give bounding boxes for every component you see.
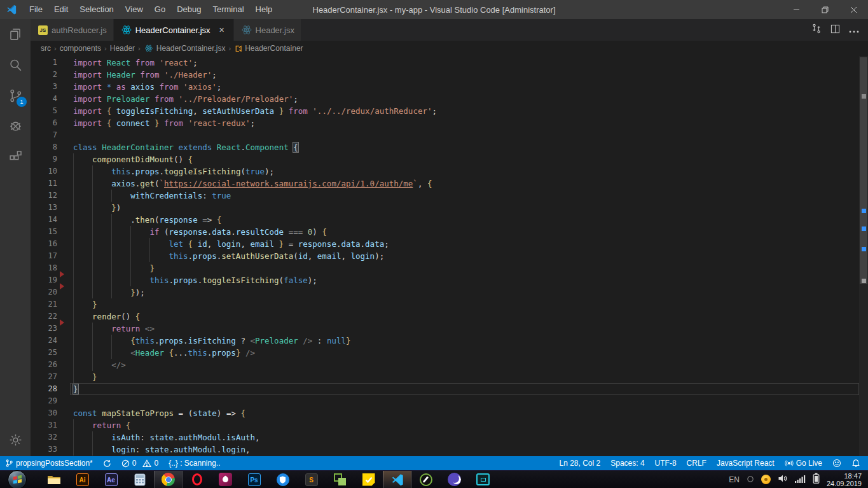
taskbar-screen-recorder[interactable]: [469, 471, 497, 488]
taskbar-sublime-text[interactable]: S: [297, 471, 326, 488]
git-branch-item[interactable]: propsingPostsSection*: [0, 456, 98, 470]
restore-button[interactable]: [811, 0, 839, 19]
clock[interactable]: 18:47 24.09.2019: [827, 472, 862, 487]
encoding[interactable]: UTF-8: [650, 456, 682, 470]
code-line-32[interactable]: 32isAuth: state.authModul.isAuth,: [31, 431, 868, 443]
code-line-16[interactable]: 16let { id, login, email } = response.da…: [31, 238, 868, 250]
breadcrumb-HeaderContainer[interactable]: HeaderContainer: [234, 44, 303, 53]
taskbar-photoshop[interactable]: Ps: [240, 471, 268, 488]
line-number[interactable]: 19: [31, 274, 57, 286]
code-line-14[interactable]: 14.then(response => {: [31, 214, 868, 226]
code-line-7[interactable]: 7: [31, 129, 868, 141]
menu-edit[interactable]: Edit: [48, 0, 74, 19]
more-actions-icon[interactable]: [849, 24, 859, 36]
line-number[interactable]: 5: [31, 105, 57, 117]
line-number[interactable]: 18: [31, 262, 57, 274]
line-number[interactable]: 23: [31, 323, 57, 335]
line-number[interactable]: 30: [31, 407, 57, 419]
cursor-position[interactable]: Ln 28, Col 2: [555, 456, 606, 470]
menu-terminal[interactable]: Terminal: [207, 0, 249, 19]
settings-gear-icon[interactable]: [0, 423, 31, 456]
code-line-19[interactable]: 19this.props.toggleIsFitching(false);: [31, 274, 868, 286]
code-line-3[interactable]: 3import * as axios from 'axios';: [31, 81, 868, 93]
taskbar-open-server[interactable]: [326, 471, 354, 488]
taskbar-drawing-app[interactable]: [411, 471, 440, 488]
taskbar-chrome[interactable]: [154, 471, 183, 488]
debug-icon[interactable]: [0, 111, 31, 141]
line-number[interactable]: 4: [31, 93, 57, 105]
hidden-icons-button[interactable]: [747, 474, 754, 485]
code-line-5[interactable]: 5import { toggleIsFitching, setAuthUserD…: [31, 105, 868, 117]
line-number[interactable]: 16: [31, 238, 57, 250]
line-number[interactable]: 1: [31, 57, 57, 69]
code-line-15[interactable]: 15if (response.data.resultCode === 0) {: [31, 226, 868, 238]
split-editor-icon[interactable]: [830, 24, 840, 36]
line-number[interactable]: 9: [31, 153, 57, 165]
menu-view[interactable]: View: [120, 0, 149, 19]
scanning-status[interactable]: {..} : Scanning..: [163, 456, 225, 470]
taskbar-file-explorer[interactable]: [39, 471, 68, 488]
close-tab-icon[interactable]: ×: [217, 25, 227, 35]
menu-selection[interactable]: Selection: [74, 0, 119, 19]
close-button[interactable]: [839, 0, 868, 19]
line-number[interactable]: 3: [31, 81, 57, 93]
taskbar-insomnia[interactable]: [440, 471, 469, 488]
code-line-6[interactable]: 6import { connect } from 'react-redux';: [31, 117, 868, 129]
minimize-button[interactable]: [782, 0, 811, 19]
notifications-bell-icon[interactable]: [846, 456, 868, 470]
explorer-icon[interactable]: [0, 19, 31, 50]
line-number[interactable]: 33: [31, 443, 57, 456]
search-icon[interactable]: [0, 50, 31, 80]
code-line-21[interactable]: 21}: [31, 298, 868, 310]
code-line-11[interactable]: 11axios.get(`https://social-network.samu…: [31, 178, 868, 190]
code-line-17[interactable]: 17this.props.setAuthUserData(id, email, …: [31, 250, 868, 262]
tab-authReducer.js[interactable]: JSauthReducer.js: [31, 19, 114, 41]
menu-debug[interactable]: Debug: [171, 0, 207, 19]
open-changes-icon[interactable]: [811, 24, 822, 36]
code-line-8[interactable]: 8class HeaderContainer extends React.Com…: [31, 141, 868, 153]
code-line-9[interactable]: 9componentDidMount() {: [31, 153, 868, 165]
taskbar-opera[interactable]: [183, 471, 211, 488]
start-button[interactable]: [6, 471, 28, 488]
network-signal-icon[interactable]: [795, 474, 806, 485]
line-number[interactable]: 24: [31, 335, 57, 347]
tab-Header.jsx[interactable]: Header.jsx: [234, 19, 301, 41]
code-line-27[interactable]: 27}: [31, 371, 868, 383]
go-live-item[interactable]: Go Live: [780, 456, 827, 470]
open-server-tray-icon[interactable]: [761, 475, 771, 484]
vertical-scrollbar[interactable]: [859, 56, 868, 456]
menu-go[interactable]: Go: [149, 0, 171, 19]
breadcrumb-components[interactable]: components: [60, 44, 101, 53]
breadcrumb-src[interactable]: src: [41, 44, 51, 53]
line-number[interactable]: 8: [31, 141, 57, 153]
code-line-33[interactable]: 33login: state.authModul.login,: [31, 443, 868, 456]
taskbar-sticky-notes[interactable]: [354, 471, 383, 488]
line-number[interactable]: 26: [31, 359, 57, 371]
line-number[interactable]: 12: [31, 190, 57, 202]
battery-icon[interactable]: [813, 473, 820, 486]
language-mode[interactable]: JavaScript React: [712, 456, 780, 470]
feedback-smiley-icon[interactable]: [827, 456, 846, 470]
code-line-2[interactable]: 2import Header from './Header';: [31, 69, 868, 81]
line-number[interactable]: 31: [31, 419, 57, 431]
taskbar-security-app[interactable]: [268, 471, 297, 488]
language-indicator[interactable]: EN: [729, 475, 740, 484]
code-line-12[interactable]: 12withCredentials: true: [31, 190, 868, 202]
code-line-30[interactable]: 30const mapStateToProps = (state) => {: [31, 407, 868, 419]
code-line-1[interactable]: 1import React from 'react';: [31, 57, 868, 69]
breadcrumb-HeaderContainer.jsx[interactable]: HeaderContainer.jsx: [144, 43, 226, 53]
line-number[interactable]: 13: [31, 202, 57, 214]
line-number[interactable]: 27: [31, 371, 57, 383]
code-line-4[interactable]: 4import Preloader from '../Preloader/Pre…: [31, 93, 868, 105]
line-number[interactable]: 28: [31, 383, 57, 395]
code-editor[interactable]: 1import React from 'react';2import Heade…: [31, 56, 868, 456]
code-line-13[interactable]: 13}): [31, 202, 868, 214]
code-line-25[interactable]: 25<Header {...this.props} />: [31, 347, 868, 359]
sync-icon[interactable]: [98, 456, 116, 470]
indentation[interactable]: Spaces: 4: [605, 456, 649, 470]
line-number[interactable]: 32: [31, 431, 57, 443]
line-number[interactable]: 22: [31, 310, 57, 323]
line-number[interactable]: 10: [31, 165, 57, 178]
taskbar-after-effects[interactable]: Ae: [97, 471, 125, 488]
taskbar-vscode[interactable]: [383, 471, 411, 488]
